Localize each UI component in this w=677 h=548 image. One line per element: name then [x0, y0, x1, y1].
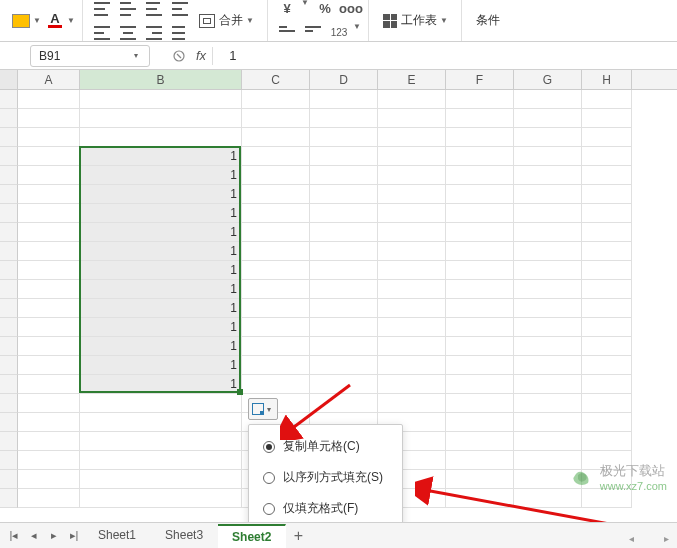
cell[interactable]	[514, 128, 582, 147]
cell[interactable]: 1	[80, 185, 242, 204]
cell[interactable]	[446, 223, 514, 242]
worksheet-button[interactable]: 工作表 ▼	[377, 12, 455, 29]
scroll-left-icon[interactable]: ◂	[629, 533, 634, 544]
cell[interactable]	[582, 185, 632, 204]
cell[interactable]	[514, 166, 582, 185]
cell[interactable]	[446, 394, 514, 413]
cell[interactable]: 1	[80, 204, 242, 223]
align-right-button[interactable]	[143, 22, 165, 44]
row-header[interactable]	[0, 185, 18, 204]
row-header[interactable]	[0, 299, 18, 318]
cell[interactable]	[378, 318, 446, 337]
percent-button[interactable]: %	[314, 0, 336, 20]
cell[interactable]	[514, 242, 582, 261]
cell[interactable]	[446, 128, 514, 147]
cell[interactable]	[80, 128, 242, 147]
row-header[interactable]	[0, 489, 18, 508]
cell[interactable]	[514, 280, 582, 299]
cell[interactable]	[446, 356, 514, 375]
cell[interactable]: 1	[80, 280, 242, 299]
number-format-button[interactable]: 123	[328, 22, 350, 44]
cell[interactable]	[582, 204, 632, 223]
cell[interactable]: 1	[80, 299, 242, 318]
cell[interactable]	[446, 375, 514, 394]
cell[interactable]	[310, 223, 378, 242]
sheet-nav-next-button[interactable]: ▸	[44, 526, 64, 546]
cell[interactable]	[18, 223, 80, 242]
cell[interactable]: 1	[80, 337, 242, 356]
cell[interactable]	[242, 147, 310, 166]
currency-button[interactable]: ¥	[276, 0, 298, 20]
cell[interactable]	[310, 318, 378, 337]
wrap-text-button[interactable]	[169, 0, 191, 20]
cell[interactable]	[378, 204, 446, 223]
cell[interactable]	[446, 166, 514, 185]
row-header[interactable]	[0, 337, 18, 356]
cell[interactable]	[378, 261, 446, 280]
cell[interactable]	[514, 318, 582, 337]
column-header-c[interactable]: C	[242, 70, 310, 89]
formula-input[interactable]	[229, 46, 397, 66]
cell[interactable]	[242, 356, 310, 375]
cell[interactable]	[378, 109, 446, 128]
cell[interactable]	[378, 299, 446, 318]
cell[interactable]	[446, 413, 514, 432]
cell[interactable]	[582, 261, 632, 280]
row-header[interactable]	[0, 394, 18, 413]
fill-option-2[interactable]: 仅填充格式(F)	[249, 493, 402, 522]
cell[interactable]	[446, 451, 514, 470]
cell[interactable]	[378, 337, 446, 356]
cell[interactable]	[378, 147, 446, 166]
cell[interactable]	[242, 299, 310, 318]
cell[interactable]	[80, 470, 242, 489]
comma-button[interactable]: ooo	[340, 0, 362, 20]
cell[interactable]	[446, 90, 514, 109]
cell[interactable]	[378, 223, 446, 242]
cell[interactable]	[378, 128, 446, 147]
fx-icon[interactable]: fx	[196, 48, 206, 63]
cell[interactable]	[446, 489, 514, 508]
cell[interactable]: 1	[80, 242, 242, 261]
cell[interactable]	[378, 280, 446, 299]
cell[interactable]	[514, 432, 582, 451]
cell[interactable]: 1	[80, 261, 242, 280]
cell[interactable]	[310, 375, 378, 394]
row-header[interactable]	[0, 223, 18, 242]
text-orientation-button[interactable]	[169, 22, 191, 44]
cell[interactable]	[514, 413, 582, 432]
column-header-a[interactable]: A	[18, 70, 80, 89]
cell[interactable]	[514, 90, 582, 109]
row-header[interactable]	[0, 242, 18, 261]
row-header[interactable]	[0, 128, 18, 147]
cell[interactable]	[18, 375, 80, 394]
fill-color-button[interactable]	[10, 10, 32, 32]
cell[interactable]	[446, 470, 514, 489]
cell[interactable]	[310, 204, 378, 223]
cell[interactable]	[18, 432, 80, 451]
cell[interactable]	[242, 318, 310, 337]
align-left-button[interactable]	[91, 22, 113, 44]
row-header[interactable]	[0, 375, 18, 394]
row-header[interactable]	[0, 318, 18, 337]
row-header[interactable]	[0, 470, 18, 489]
cell[interactable]	[242, 128, 310, 147]
column-header-d[interactable]: D	[310, 70, 378, 89]
cell[interactable]: 1	[80, 166, 242, 185]
cell[interactable]	[378, 375, 446, 394]
cell[interactable]	[514, 337, 582, 356]
cell[interactable]	[446, 280, 514, 299]
cell[interactable]	[446, 318, 514, 337]
cell[interactable]	[80, 90, 242, 109]
cell[interactable]	[18, 451, 80, 470]
chevron-down-icon[interactable]: ▼	[32, 16, 42, 25]
align-middle-button[interactable]	[117, 0, 139, 20]
cell[interactable]	[514, 261, 582, 280]
cell[interactable]	[80, 413, 242, 432]
cell[interactable]	[18, 299, 80, 318]
cell[interactable]	[446, 204, 514, 223]
font-color-button[interactable]: A	[44, 10, 66, 32]
cell[interactable]	[80, 109, 242, 128]
cell[interactable]	[514, 109, 582, 128]
cell[interactable]	[18, 109, 80, 128]
cell[interactable]	[242, 337, 310, 356]
